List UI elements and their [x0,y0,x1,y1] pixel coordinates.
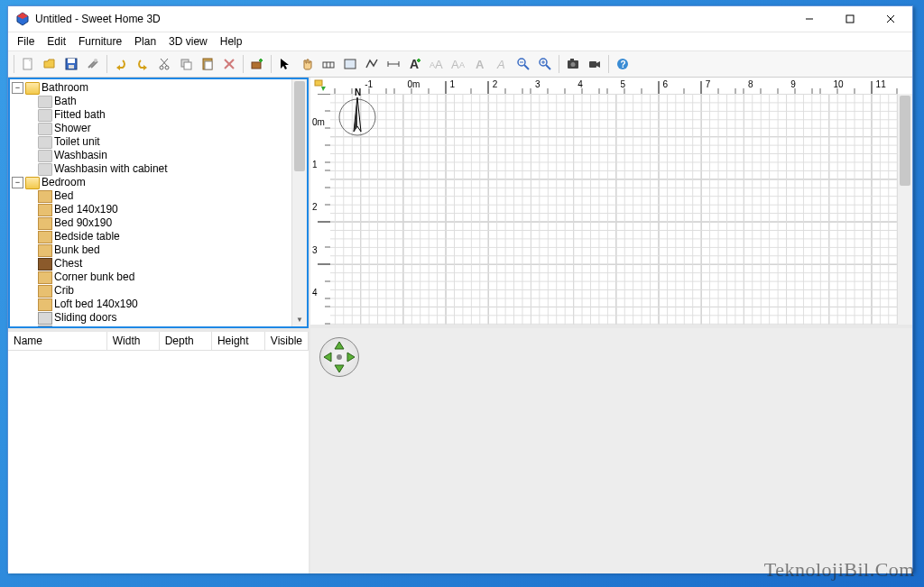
redo-icon[interactable] [133,54,152,74]
toolbar: A AA AA A A ? [8,50,912,78]
furniture-item[interactable]: Bed [10,189,291,203]
col-height[interactable]: Height [211,332,264,351]
ruler-horizontal: -2-10m1234567891011 [330,78,898,94]
furniture-label: Bunk bed [54,243,100,257]
decrease-text-icon[interactable]: AA [448,54,468,74]
furniture-icon [38,231,52,243]
svg-text:A: A [451,58,459,71]
furniture-label: Chest [54,257,82,271]
scroll-down-icon[interactable]: ▼ [292,312,307,326]
compass-icon[interactable]: N [330,87,384,141]
zoom-in-icon[interactable] [535,54,555,74]
save-icon[interactable] [61,54,81,74]
svg-text:A: A [476,58,485,71]
italic-icon[interactable]: A [492,54,512,74]
svg-rect-60 [315,80,322,86]
menu-3dview[interactable]: 3D view [163,33,213,50]
copy-icon[interactable] [176,54,196,74]
furniture-catalog[interactable]: −BathroomBathFitted bathShowerToilet uni… [8,78,309,328]
add-furniture-icon[interactable] [247,54,267,74]
furniture-item[interactable]: Washbasin [10,149,291,162]
create-polylines-icon[interactable] [362,54,382,74]
svg-text:10: 10 [833,79,844,89]
furniture-item[interactable]: Wardrobe [10,325,291,326]
col-visible[interactable]: Visible [264,332,308,351]
svg-marker-15 [143,65,147,70]
bold-icon[interactable]: A [470,54,490,74]
select-icon[interactable] [275,54,295,74]
collapse-icon[interactable]: − [12,177,23,188]
create-walls-icon[interactable] [319,54,338,74]
catalog-scrollbar[interactable]: ▲ ▼ [291,79,307,326]
furniture-item[interactable]: Corner bunk bed [10,271,291,284]
3d-view[interactable] [310,325,912,573]
furniture-item[interactable]: Bath [10,95,291,108]
create-rooms-icon[interactable] [340,54,360,74]
furniture-item[interactable]: Chest [10,257,291,271]
col-depth[interactable]: Depth [159,332,211,351]
create-text-icon[interactable]: A [405,54,425,74]
furniture-item[interactable]: Bedside table [10,230,291,243]
maximize-button[interactable] [829,6,870,32]
increase-text-icon[interactable]: AA [427,54,447,74]
furniture-icon [38,258,52,271]
create-video-icon[interactable] [585,54,605,74]
undo-icon[interactable] [111,54,131,74]
menu-furniture[interactable]: Furniture [73,33,127,50]
close-button[interactable] [870,6,910,32]
preferences-icon[interactable] [83,54,103,74]
furniture-icon [38,271,52,284]
ruler-origin-icon[interactable] [310,78,330,94]
svg-rect-23 [205,61,212,69]
svg-point-139 [337,354,342,360]
minimize-button[interactable] [789,6,829,32]
furniture-icon [38,96,52,108]
menu-file[interactable]: File [12,33,40,50]
open-icon[interactable] [40,54,60,74]
furniture-label: Bed [54,189,73,203]
col-name[interactable]: Name [8,332,106,351]
furniture-item[interactable]: Toilet unit [10,135,291,149]
paste-icon[interactable] [198,54,217,74]
svg-text:A: A [459,60,465,69]
cut-icon[interactable] [154,54,174,74]
create-photo-icon[interactable] [563,54,583,74]
pan-icon[interactable] [297,54,317,74]
ruler-vertical: 0m1234 [310,94,330,325]
plan-scrollbar[interactable] [897,94,912,325]
furniture-item[interactable]: Fitted bath [10,108,291,122]
new-icon[interactable] [18,54,38,74]
create-dimensions-icon[interactable] [383,54,403,74]
furniture-icon [38,163,52,176]
furniture-item[interactable]: Shower [10,122,291,135]
scroll-thumb[interactable] [900,96,910,186]
plan-view[interactable]: -2-10m1234567891011 0m1234 N [310,78,912,325]
furniture-item[interactable]: Crib [10,284,291,298]
menu-help[interactable]: Help [215,33,248,50]
svg-line-50 [546,65,550,69]
help-icon[interactable]: ? [613,54,633,74]
furniture-list[interactable]: Name Width Depth Height Visible [8,328,309,573]
delete-icon[interactable] [219,54,239,74]
scroll-thumb[interactable] [294,81,305,171]
furniture-item[interactable]: Washbasin with cabinet [10,162,291,176]
svg-marker-136 [335,365,344,372]
plan-grid[interactable] [330,94,898,325]
furniture-item[interactable]: Sliding doors [10,311,291,325]
furniture-item[interactable]: Bed 90x190 [10,216,291,230]
col-width[interactable]: Width [106,332,159,351]
menu-plan[interactable]: Plan [129,33,162,50]
zoom-out-icon[interactable] [513,54,533,74]
svg-text:0m: 0m [407,79,420,89]
category-bedroom[interactable]: −Bedroom [10,176,291,189]
svg-rect-3 [846,15,854,23]
furniture-item[interactable]: Bunk bed [10,243,291,257]
category-bathroom[interactable]: −Bathroom [10,81,291,95]
furniture-label: Toilet unit [54,135,100,149]
collapse-icon[interactable]: − [12,82,23,94]
titlebar[interactable]: Untitled - Sweet Home 3D [8,6,912,32]
3d-nav-wheel[interactable] [319,337,359,377]
menu-edit[interactable]: Edit [42,33,71,50]
furniture-item[interactable]: Loft bed 140x190 [10,298,291,311]
furniture-item[interactable]: Bed 140x190 [10,203,291,216]
